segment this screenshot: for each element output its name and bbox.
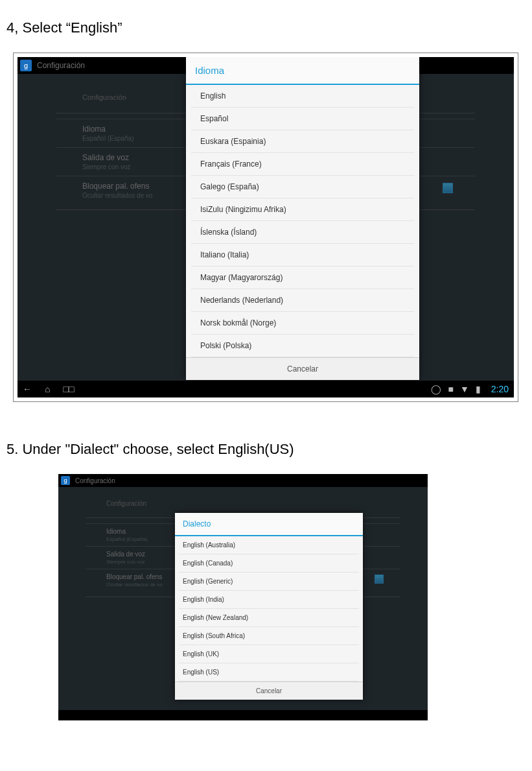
language-item-polski[interactable]: Polski (Polska) (191, 335, 414, 357)
dialect-item-india[interactable]: English (India) (179, 591, 359, 609)
usb-icon: ▼ (460, 385, 469, 394)
screenshot-1-frame: g Configuración Configuración Idioma Esp… (13, 53, 518, 402)
back-icon[interactable]: ← (23, 385, 32, 394)
cancel-button[interactable]: Cancelar (175, 682, 363, 700)
app-icon: ■ (448, 385, 453, 394)
clock: 2:20 (491, 384, 509, 394)
language-item-magyar[interactable]: Magyar (Magyarország) (191, 267, 414, 289)
dialog-title: Idioma (186, 57, 419, 85)
language-item-galego[interactable]: Galego (España) (191, 176, 414, 198)
system-navbar (58, 710, 428, 720)
step4-instruction: 4, Select “English” (6, 19, 532, 36)
language-list: English Español Euskara (Espainia) Franç… (186, 85, 419, 357)
topbar: g Configuración (58, 474, 428, 487)
screenshot-2: g Configuración Configuración Idioma Esp… (58, 474, 428, 720)
language-item-norsk[interactable]: Norsk bokmål (Norge) (191, 312, 414, 335)
home-icon[interactable]: ⌂ (45, 385, 50, 394)
system-navbar: ← ⌂ □□ ◯ ■ ▼ ▮ 2:20 (17, 381, 514, 397)
dialect-item-canada[interactable]: English (Canada) (179, 554, 359, 573)
cancel-button[interactable]: Cancelar (186, 357, 419, 380)
topbar-title: Configuración (75, 477, 115, 484)
screenshot-1: g Configuración Configuración Idioma Esp… (17, 57, 514, 397)
dialect-list: English (Australia) English (Canada) Eng… (175, 536, 363, 682)
battery-icon: ▮ (476, 385, 481, 394)
dialect-item-uk[interactable]: English (UK) (179, 645, 359, 663)
language-item-nederlands[interactable]: Nederlands (Nederland) (191, 289, 414, 312)
google-icon: g (61, 476, 70, 485)
dialog-title: Dialecto (175, 513, 363, 536)
language-item-euskara[interactable]: Euskara (Espainia) (191, 130, 414, 153)
dialect-item-southafrica[interactable]: English (South Africa) (179, 627, 359, 645)
language-item-francais[interactable]: Français (France) (191, 153, 414, 176)
dialect-item-us[interactable]: English (US) (179, 663, 359, 682)
topbar-title: Configuración (37, 61, 85, 70)
dialect-item-newzealand[interactable]: English (New Zealand) (179, 609, 359, 627)
google-icon: g (20, 60, 32, 71)
dialect-item-australia[interactable]: English (Australia) (179, 536, 359, 554)
language-item-isizulu[interactable]: IsiZulu (Ningizimu Afrika) (191, 198, 414, 221)
step5-instruction: 5. Under "Dialect" choose, select Englis… (6, 441, 532, 458)
language-item-islenska[interactable]: Íslenska (Ísland) (191, 221, 414, 244)
language-dialog: Idioma English Español Euskara (Espainia… (186, 57, 419, 380)
dialect-dialog: Dialecto English (Australia) English (Ca… (175, 513, 363, 700)
language-item-english[interactable]: English (191, 85, 414, 108)
dialect-item-generic[interactable]: English (Generic) (179, 573, 359, 591)
language-item-italiano[interactable]: Italiano (Italia) (191, 244, 414, 267)
language-item-espanol[interactable]: Español (191, 108, 414, 130)
picture-icon: ◯ (431, 385, 441, 394)
recent-icon[interactable]: □□ (63, 385, 74, 394)
